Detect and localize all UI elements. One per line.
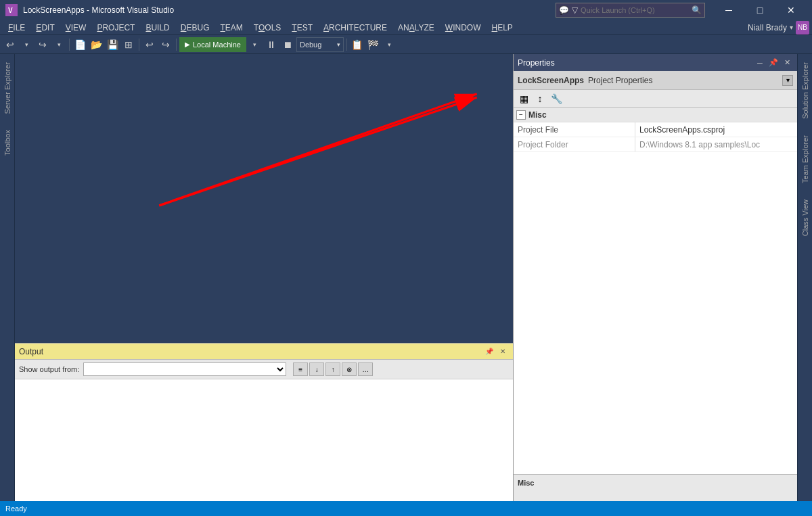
svg-line-4	[159, 97, 476, 206]
menu-window[interactable]: WINDOW	[440, 22, 487, 34]
menu-help[interactable]: HELP	[486, 22, 518, 34]
menu-analyze[interactable]: ANALYZE	[392, 22, 440, 34]
prop-project-name: LockScreenApps	[518, 76, 584, 85]
properties-body: LockScreenApps Project Properties ▾ ▦ ↕ …	[514, 71, 797, 501]
sidebar-tab-server-explorer[interactable]: Server Explorer	[1, 54, 14, 122]
prop-name-project-file: Project File	[514, 122, 635, 137]
output-btn-1[interactable]: ≡	[293, 362, 308, 376]
output-filter-label: Show output from:	[19, 365, 79, 373]
prop-sort-btn[interactable]: ↕	[533, 92, 547, 105]
output-content	[15, 379, 513, 501]
maximize-button[interactable]: □	[744, 0, 775, 20]
output-close-btn[interactable]: ✕	[497, 346, 509, 358]
prop-description: Misc	[514, 474, 797, 501]
status-text: Ready	[5, 505, 807, 513]
run-dropdown-btn[interactable]: ▾	[248, 37, 263, 52]
sidebar-tab-toolbox[interactable]: Toolbox	[1, 122, 14, 164]
properties-header-title: Properties	[518, 58, 555, 68]
quick-launch-box[interactable]: 💬 ▽ 🔍	[556, 3, 705, 18]
status-bar: Ready	[0, 501, 812, 516]
prop-value-project-file: LockScreenApps.csproj	[635, 125, 797, 135]
output-btn-5[interactable]: …	[358, 362, 373, 376]
quick-launch-input[interactable]	[581, 6, 689, 14]
minimize-button[interactable]: ─	[713, 0, 744, 20]
debug-dropdown[interactable]: Debug ▾	[296, 37, 344, 52]
center-area: Output 📌 ✕ Show output from: ≡ ↓ ↑ ⊗ …	[15, 54, 513, 501]
debug-label: Debug	[300, 41, 321, 49]
prop-project-title-row: LockScreenApps Project Properties ▾	[514, 71, 797, 90]
prop-category-misc: − Misc	[514, 108, 797, 122]
menu-view[interactable]: VIEW	[60, 22, 92, 34]
prop-row-project-folder: Project Folder D:\Windows 8.1 app sample…	[514, 137, 797, 152]
prop-row-project-file: Project File LockScreenApps.csproj	[514, 122, 797, 137]
dropdown-forward-btn[interactable]: ▾	[51, 37, 66, 52]
prop-toolbar: ▦ ↕ 🔧	[514, 90, 797, 108]
vs-icon: V	[5, 4, 18, 16]
menu-team[interactable]: TEAM	[215, 22, 248, 34]
pause-btn[interactable]: ⏸	[264, 37, 279, 52]
close-button[interactable]: ✕	[775, 0, 807, 20]
svg-text:V: V	[8, 7, 13, 14]
prop-grid-btn[interactable]: ▦	[516, 92, 531, 105]
redo-btn[interactable]: ↪	[158, 37, 173, 52]
menu-architecture[interactable]: ARCHITECTURE	[318, 22, 392, 34]
properties-header-controls: ─ 📌 ✕	[754, 57, 793, 69]
prop-title-dropdown[interactable]: ▾	[782, 75, 793, 86]
search-icon: 🔍	[692, 5, 702, 15]
title-bar: V LockScreenApps - Microsoft Visual Stud…	[0, 0, 812, 20]
menu-tools[interactable]: TOOLS	[248, 22, 286, 34]
toolbar: ↩ ▾ ↪ ▾ 📄 📂 💾 ⊞ ↩ ↪ ▶ Local Machine ▾ ⏸ …	[0, 35, 812, 54]
properties-close-btn[interactable]: ✕	[781, 57, 793, 69]
user-name: Niall Brady	[748, 23, 787, 32]
undo-btn[interactable]: ↩	[142, 37, 157, 52]
output-source-select[interactable]	[83, 362, 286, 376]
output-header: Output 📌 ✕	[15, 344, 513, 360]
open-btn[interactable]: 📂	[89, 37, 104, 52]
save-btn[interactable]: 💾	[105, 37, 120, 52]
prop-wrench-btn[interactable]: 🔧	[549, 92, 564, 105]
prop-project-label: Project Properties	[588, 76, 652, 85]
prop-misc-expand[interactable]: −	[516, 110, 526, 120]
window-title: LockScreenApps - Microsoft Visual Studio	[23, 5, 550, 15]
output-pin-btn[interactable]: 📌	[483, 346, 495, 358]
menu-project[interactable]: PROJECT	[91, 22, 140, 34]
output-controls: 📌 ✕	[483, 346, 509, 358]
menu-debug[interactable]: DEBUG	[175, 22, 215, 34]
forward-btn[interactable]: ↪	[35, 37, 50, 52]
menu-edit[interactable]: EDIT	[30, 22, 60, 34]
dropdown-back-btn[interactable]: ▾	[19, 37, 34, 52]
sidebar-tab-team-explorer[interactable]: Team Explorer	[798, 127, 812, 191]
output-btn-3[interactable]: ↑	[325, 362, 340, 376]
menu-test[interactable]: TEST	[286, 22, 318, 34]
sep2	[139, 39, 139, 51]
properties-header: Properties ─ 📌 ✕	[514, 54, 797, 71]
prop-value-project-folder: D:\Windows 8.1 app samples\Loc	[635, 140, 797, 149]
extra-btn[interactable]: 🏁	[366, 37, 381, 52]
run-label: Local Machine	[193, 41, 241, 49]
menu-build[interactable]: BUILD	[140, 22, 175, 34]
right-sidebar: Solution Explorer Team Explorer Class Vi…	[797, 54, 812, 501]
prop-name-project-folder: Project Folder	[514, 137, 635, 151]
back-btn[interactable]: ↩	[3, 37, 18, 52]
run-button[interactable]: ▶ Local Machine	[179, 37, 246, 52]
output-panel: Output 📌 ✕ Show output from: ≡ ↓ ↑ ⊗ …	[15, 343, 513, 501]
properties-dock-btn[interactable]: 📌	[767, 57, 780, 69]
output-btn-4[interactable]: ⊗	[342, 362, 357, 376]
sidebar-tab-solution-explorer[interactable]: Solution Explorer	[798, 54, 812, 127]
sep3	[176, 39, 177, 51]
output-action-buttons: ≡ ↓ ↑ ⊗ …	[293, 362, 373, 376]
prop-category-misc-label: Misc	[528, 110, 547, 120]
clipboard-btn[interactable]: 📋	[350, 37, 365, 52]
sidebar-tab-class-view[interactable]: Class View	[798, 191, 812, 244]
user-avatar: NB	[796, 21, 809, 34]
output-btn-2[interactable]: ↓	[309, 362, 324, 376]
menu-file[interactable]: FILE	[3, 22, 30, 34]
save-all-btn[interactable]: ⊞	[121, 37, 136, 52]
new-btn[interactable]: 📄	[72, 37, 87, 52]
left-sidebar: Server Explorer Toolbox	[0, 54, 15, 501]
menu-bar: FILE EDIT VIEW PROJECT BUILD DEBUG TEAM …	[0, 20, 812, 35]
extra2-btn[interactable]: ▾	[382, 37, 397, 52]
properties-pin-btn[interactable]: ─	[754, 57, 766, 69]
output-title: Output	[19, 347, 480, 356]
stop-btn[interactable]: ⏹	[280, 37, 295, 52]
